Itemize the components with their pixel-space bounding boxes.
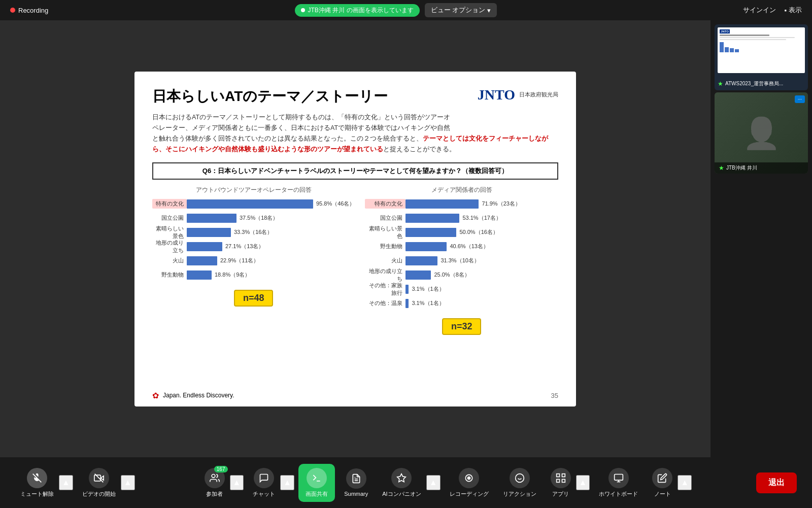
- svg-marker-10: [397, 473, 406, 482]
- bar-fill: [187, 199, 313, 209]
- slide-number: 35: [551, 392, 558, 399]
- video-group: ビデオの開始 ▲: [77, 465, 135, 501]
- bar-value: 31.3%（10名）: [441, 257, 479, 264]
- right-bar-row: 野生動物 40.6%（13名）: [365, 241, 558, 252]
- bar-fill: [405, 242, 447, 251]
- bar-fill: [405, 299, 409, 308]
- apps-caret-icon: ▲: [579, 478, 587, 487]
- notes-group: ノート ▲: [647, 465, 692, 501]
- preview-line-1: [720, 35, 769, 36]
- svg-marker-3: [100, 476, 104, 480]
- bar-wrapper: 3.1%（1名）: [405, 299, 558, 308]
- bar-fill: [405, 214, 459, 223]
- participant-thumb-1[interactable]: JNTO ★ ATWS2023_運営事務局...: [715, 24, 808, 90]
- thumb1-star-icon: ★: [718, 80, 723, 87]
- left-bar-row: 国立公園 37.5%（18名）: [152, 213, 355, 224]
- left-n-badge: n=48: [234, 290, 274, 307]
- slide-title: 日本らしいATのテーマ／ストーリー: [152, 87, 388, 106]
- thumb1-name-row: ★ ATWS2023_運営事務局...: [718, 80, 805, 87]
- japan-tagline: Japan. Endless Discovery.: [163, 392, 234, 399]
- mute-toggle-button[interactable]: ミュート解除: [15, 465, 59, 501]
- bar-value: 37.5%（18名）: [240, 214, 278, 222]
- ai-button[interactable]: AIコンパニオン: [377, 465, 426, 501]
- svg-rect-17: [562, 473, 565, 477]
- top-right-controls: サインイン ▪ 表示: [743, 6, 802, 15]
- reaction-label: リアクション: [503, 490, 536, 498]
- bar-fill: [187, 242, 222, 251]
- main-area: 日本らしいATのテーマ／ストーリー JNTO 日本政府観光局 日本におけるATの…: [0, 20, 812, 457]
- participants-caret-icon: ▲: [233, 478, 241, 487]
- bar-label: 火山: [152, 257, 187, 264]
- thumb-slide-area: JNTO ★ ATWS2023_運営事務局...: [715, 24, 808, 90]
- participants-button[interactable]: 167 参加者: [199, 465, 230, 501]
- bar-label: 素晴らしい景色: [152, 225, 187, 240]
- mic-caret-button[interactable]: ▲: [59, 475, 73, 490]
- participants-caret-button[interactable]: ▲: [230, 475, 244, 490]
- preview-line-3: [720, 39, 786, 40]
- whiteboard-button[interactable]: ホワイトボード: [594, 465, 643, 501]
- share-label: 画面共有: [306, 490, 328, 498]
- apps-icon: [551, 468, 571, 488]
- participant-count-badge: 167: [214, 466, 228, 472]
- video-toggle-button[interactable]: ビデオの開始: [77, 465, 121, 501]
- apps-caret-button[interactable]: ▲: [576, 475, 590, 490]
- apps-label: アプリ: [552, 490, 569, 498]
- right-bar-row: その他：家族旅行 3.1%（1名）: [365, 284, 558, 295]
- ai-group: AIコンパニオン ▲: [377, 465, 440, 501]
- bar-label: 地形の成り立ち: [152, 239, 187, 254]
- bar-wrapper: 37.5%（18名）: [187, 214, 355, 223]
- recording-indicator: Recording: [10, 7, 48, 14]
- screen-share-button[interactable]: 画面共有: [298, 464, 335, 502]
- recording-button[interactable]: レコーディング: [445, 465, 494, 501]
- whiteboard-icon: [608, 468, 629, 488]
- left-bar-row: 素晴らしい景色 33.3%（16名）: [152, 227, 355, 238]
- summary-button[interactable]: Summary: [339, 465, 373, 500]
- left-bar-row: 火山 22.9%（11名）: [152, 255, 355, 266]
- apps-button[interactable]: アプリ: [546, 465, 576, 501]
- display-button[interactable]: ▪ 表示: [784, 6, 802, 15]
- svg-rect-16: [556, 473, 559, 477]
- preview-line-2: [720, 37, 795, 38]
- apps-group: アプリ ▲: [546, 465, 590, 501]
- summary-label: Summary: [344, 491, 368, 497]
- bar-label: 特有の文化: [365, 199, 405, 209]
- thumb2-star-icon: ★: [719, 164, 724, 172]
- japan-logo: ✿ Japan. Endless Discovery.: [152, 391, 234, 400]
- chat-caret-button[interactable]: ▲: [280, 475, 294, 490]
- leave-button[interactable]: 退出: [756, 472, 797, 493]
- chat-button[interactable]: チャット: [248, 465, 280, 501]
- notes-label: ノート: [654, 490, 671, 498]
- notes-caret-icon: ▲: [681, 478, 689, 487]
- view-options-button[interactable]: ビュー オプション ▾: [425, 3, 497, 17]
- bar-value: 53.1%（17名）: [462, 214, 501, 222]
- reaction-button[interactable]: リアクション: [498, 465, 542, 501]
- slide-footer: ✿ Japan. Endless Discovery. 35: [152, 391, 558, 400]
- right-bar-row: 特有の文化 71.9%（23名）: [365, 198, 558, 210]
- bar-wrapper: 18.8%（9名）: [187, 270, 355, 280]
- chat-group: チャット ▲: [248, 465, 294, 501]
- blue-dot-badge: ···: [795, 95, 805, 103]
- bar-fill: [187, 214, 236, 223]
- notes-caret-button[interactable]: ▲: [678, 475, 692, 490]
- bar-wrapper: 33.3%（16名）: [187, 228, 355, 237]
- video-caret-button[interactable]: ▲: [121, 475, 135, 490]
- participants-icon: 167: [205, 468, 225, 488]
- bar-value: 71.9%（23名）: [482, 200, 520, 208]
- right-bar-row: 国立公園 53.1%（17名）: [365, 213, 558, 224]
- view-options-label: ビュー オプション: [431, 6, 486, 15]
- bar-fill: [405, 270, 431, 280]
- chat-icon: [254, 468, 274, 488]
- left-bar-row: 野生動物 18.8%（9名）: [152, 269, 355, 281]
- left-chart-title: アウトバウンドツアーオペレーターの回答: [152, 186, 355, 194]
- svg-point-6: [212, 474, 215, 478]
- right-bar-chart: 特有の文化 71.9%（23名） 国立公園 53.1%（17名） 素晴らしい景色…: [365, 198, 558, 309]
- japan-flower-icon: ✿: [152, 391, 159, 400]
- jnto-text: JNTO: [478, 87, 515, 103]
- signin-button[interactable]: サインイン: [743, 6, 776, 15]
- bar-wrapper: 40.6%（13名）: [405, 242, 558, 251]
- participant-thumb-2[interactable]: 👤 ··· ★ JTB沖縄 井川: [715, 92, 808, 174]
- ai-caret-button[interactable]: ▲: [426, 475, 441, 490]
- notes-button[interactable]: ノート: [647, 465, 678, 501]
- whiteboard-label: ホワイトボード: [599, 490, 638, 498]
- share-group: 画面共有: [298, 464, 335, 502]
